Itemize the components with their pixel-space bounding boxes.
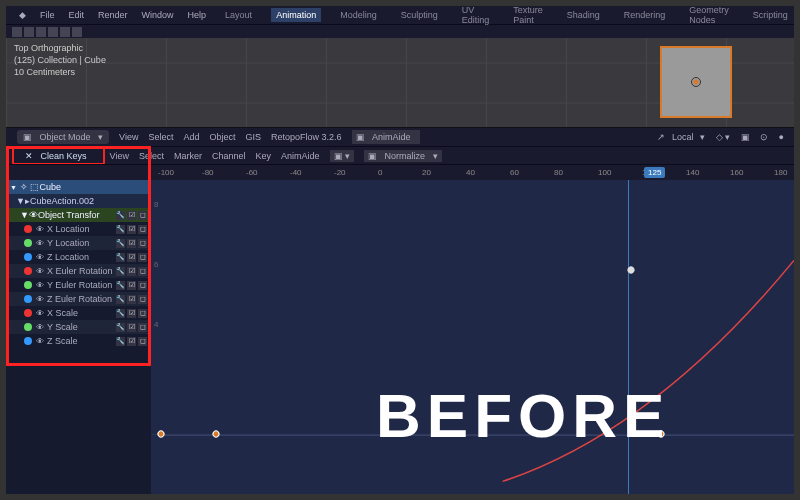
camera-view-icon[interactable] bbox=[660, 46, 732, 118]
lock-icon[interactable]: ◻ bbox=[138, 337, 147, 346]
mode-selector[interactable]: ▣ Object Mode ▾ bbox=[17, 130, 109, 144]
normalize-button[interactable]: ▣ Normalize ▾ bbox=[364, 150, 442, 162]
wrench-icon[interactable]: 🔧 bbox=[116, 281, 125, 290]
menu-edit[interactable]: Edit bbox=[69, 10, 85, 20]
eye-icon[interactable]: 👁 bbox=[36, 309, 44, 318]
snap-toggle[interactable]: ◇ ▾ bbox=[716, 132, 731, 142]
checkbox-icon[interactable]: ☑ bbox=[127, 309, 136, 318]
lock-icon[interactable]: ◻ bbox=[138, 267, 147, 276]
menu-object[interactable]: Object bbox=[209, 132, 235, 142]
menu-help[interactable]: Help bbox=[188, 10, 207, 20]
tab-uv[interactable]: UV Editing bbox=[457, 6, 495, 27]
menu-animaide[interactable]: ▣ AnimAide bbox=[352, 130, 420, 144]
tab-modeling[interactable]: Modeling bbox=[335, 8, 382, 22]
frame-ruler[interactable]: -100 -80 -60 -40 -20 0 20 40 60 80 100 1… bbox=[6, 164, 794, 180]
wrench-icon[interactable]: 🔧 bbox=[116, 323, 125, 332]
eye-icon[interactable]: 👁 bbox=[36, 323, 44, 332]
ge-channel[interactable]: Channel bbox=[212, 151, 246, 161]
tab-texturepaint[interactable]: Texture Paint bbox=[508, 6, 548, 27]
tab-shading[interactable]: Shading bbox=[562, 8, 605, 22]
channel-track[interactable]: 👁X Euler Rotation🔧☑◻ bbox=[6, 264, 151, 278]
playhead-label[interactable]: 125 bbox=[644, 167, 665, 178]
checkbox-icon[interactable]: ☑ bbox=[127, 295, 136, 304]
checkbox-icon[interactable]: ☑ bbox=[127, 225, 136, 234]
wrench-icon[interactable]: 🔧 bbox=[116, 239, 125, 248]
orientation-selector[interactable]: ↗ Local ▾ bbox=[657, 132, 705, 142]
menu-gis[interactable]: GIS bbox=[245, 132, 261, 142]
menu-select[interactable]: Select bbox=[148, 132, 173, 142]
scene-icon[interactable] bbox=[12, 27, 22, 37]
wrench-icon[interactable]: 🔧 bbox=[116, 253, 125, 262]
shading-toggle[interactable]: ● bbox=[779, 132, 784, 142]
eye-icon[interactable]: 👁 bbox=[36, 295, 44, 304]
eye-icon[interactable]: 👁 bbox=[36, 337, 44, 346]
channel-root[interactable]: ▼✧ ⬚ Cube bbox=[6, 180, 151, 194]
channel-track[interactable]: 👁Z Scale🔧☑◻ bbox=[6, 334, 151, 348]
menu-render[interactable]: Render bbox=[98, 10, 128, 20]
tab-scripting[interactable]: Scripting bbox=[748, 8, 793, 22]
3d-viewport[interactable]: Top Orthographic (125) Collection | Cube… bbox=[6, 38, 794, 128]
checkbox-icon[interactable]: ☑ bbox=[127, 253, 136, 262]
lock-icon[interactable]: ◻ bbox=[138, 323, 147, 332]
checkbox-icon[interactable]: ☑ bbox=[127, 211, 136, 220]
eye-icon[interactable]: 👁 bbox=[36, 253, 44, 262]
checkbox-icon[interactable]: ☑ bbox=[127, 267, 136, 276]
eye-icon[interactable]: 👁 bbox=[36, 281, 44, 290]
channel-action[interactable]: ▼▸ CubeAction.002 bbox=[6, 194, 151, 208]
menu-retopoflow[interactable]: RetopoFlow 3.2.6 bbox=[271, 132, 342, 142]
eye-icon[interactable]: 👁 bbox=[36, 267, 44, 276]
wrench-icon[interactable]: 🔧 bbox=[116, 211, 125, 220]
channel-track[interactable]: 👁Z Location🔧☑◻ bbox=[6, 250, 151, 264]
lock-icon[interactable]: ◻ bbox=[138, 309, 147, 318]
wrench-icon[interactable]: 🔧 bbox=[116, 337, 125, 346]
tab-animation[interactable]: Animation bbox=[271, 8, 321, 22]
checkbox-icon[interactable]: ☑ bbox=[127, 323, 136, 332]
tab-sculpting[interactable]: Sculpting bbox=[396, 8, 443, 22]
ge-select[interactable]: Select bbox=[139, 151, 164, 161]
overlay-toggle[interactable]: ▣ bbox=[741, 132, 750, 142]
checkbox-icon[interactable]: ☑ bbox=[127, 337, 136, 346]
channel-track[interactable]: 👁Y Euler Rotation🔧☑◻ bbox=[6, 278, 151, 292]
menu-view[interactable]: View bbox=[119, 132, 138, 142]
lock-icon[interactable]: ◻ bbox=[138, 295, 147, 304]
tab-geonodes[interactable]: Geometry Nodes bbox=[684, 6, 734, 27]
wrench-icon[interactable]: 🔧 bbox=[116, 295, 125, 304]
menu-add[interactable]: Add bbox=[183, 132, 199, 142]
lock-icon[interactable]: ◻ bbox=[138, 253, 147, 262]
wrench-icon[interactable]: 🔧 bbox=[116, 309, 125, 318]
eye-icon[interactable]: 👁 bbox=[36, 239, 44, 248]
tool-chip-5[interactable] bbox=[72, 27, 82, 37]
lock-icon[interactable]: ◻ bbox=[138, 211, 147, 220]
menu-window[interactable]: Window bbox=[142, 10, 174, 20]
wrench-icon[interactable]: 🔧 bbox=[116, 225, 125, 234]
wrench-icon[interactable]: 🔧 bbox=[116, 267, 125, 276]
tab-layout[interactable]: Layout bbox=[220, 8, 257, 22]
menu-file[interactable]: File bbox=[40, 10, 55, 20]
tool-chip-3[interactable] bbox=[48, 27, 58, 37]
gizmo-toggle[interactable]: ⊙ bbox=[760, 132, 768, 142]
viewport-info: Top Orthographic (125) Collection | Cube… bbox=[14, 42, 106, 78]
channel-track[interactable]: 👁X Scale🔧☑◻ bbox=[6, 306, 151, 320]
lock-icon[interactable]: ◻ bbox=[138, 239, 147, 248]
ge-key[interactable]: Key bbox=[255, 151, 271, 161]
channel-track[interactable]: 👁Y Location🔧☑◻ bbox=[6, 236, 151, 250]
channel-track[interactable]: 👁Y Scale🔧☑◻ bbox=[6, 320, 151, 334]
checkbox-icon[interactable]: ☑ bbox=[127, 239, 136, 248]
tool-chip-2[interactable] bbox=[36, 27, 46, 37]
eye-icon[interactable]: 👁 bbox=[36, 225, 44, 234]
channel-track[interactable]: 👁Z Euler Rotation🔧☑◻ bbox=[6, 292, 151, 306]
tool-chip-1[interactable] bbox=[24, 27, 34, 37]
graph-plot[interactable]: 8 6 4 BEFORE bbox=[151, 180, 794, 494]
lock-icon[interactable]: ◻ bbox=[138, 281, 147, 290]
filter-icon[interactable]: ▣ ▾ bbox=[330, 150, 355, 162]
checkbox-icon[interactable]: ☑ bbox=[127, 281, 136, 290]
ge-animaide[interactable]: AnimAide bbox=[281, 151, 320, 161]
clean-keys-button[interactable]: ✕ Clean Keys bbox=[19, 149, 98, 163]
ge-view[interactable]: View bbox=[110, 151, 129, 161]
lock-icon[interactable]: ◻ bbox=[138, 225, 147, 234]
ge-marker[interactable]: Marker bbox=[174, 151, 202, 161]
channel-track[interactable]: 👁X Location🔧☑◻ bbox=[6, 222, 151, 236]
channel-group[interactable]: ▼👁 Object Transfor🔧☑◻ bbox=[6, 208, 151, 222]
tool-chip-4[interactable] bbox=[60, 27, 70, 37]
tab-rendering[interactable]: Rendering bbox=[619, 8, 671, 22]
